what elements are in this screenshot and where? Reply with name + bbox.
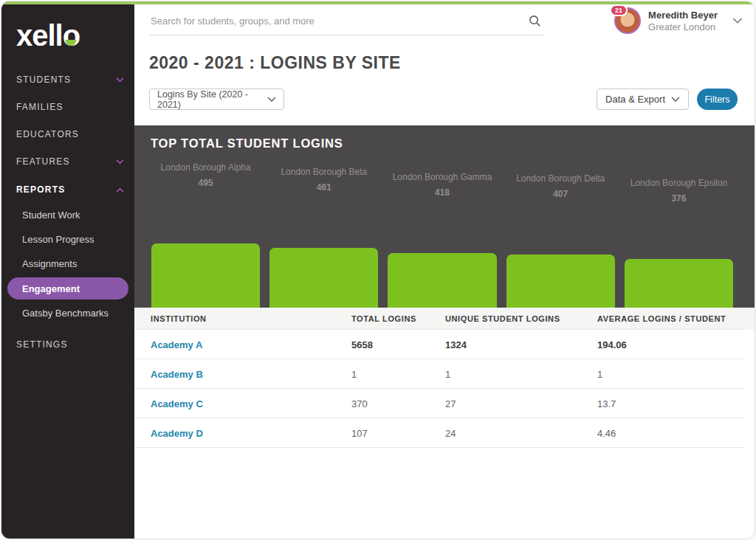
sidebar-item-label: REPORTS	[16, 184, 65, 195]
sidebar-item-students[interactable]: STUDENTS	[16, 75, 124, 85]
app-window: xello STUDENTS FAMILIES EDUCATORS FEATUR…	[1, 1, 755, 539]
table-row: Academy C 370 27 13.7	[134, 389, 755, 418]
user-location: Greater London	[648, 21, 718, 32]
bar-slot: London Borough Delta 407	[506, 125, 615, 308]
bar-value: 495	[151, 176, 260, 190]
col-header-unique-logins: UNIQUE STUDENT LOGINS	[445, 314, 597, 323]
bar[interactable]	[151, 243, 260, 308]
report-select[interactable]: Logins By Site (2020 - 2021)	[149, 89, 284, 110]
search-input[interactable]	[149, 10, 544, 35]
total-logins-cell: 370	[351, 398, 445, 409]
institution-link[interactable]: Academy B	[151, 369, 351, 380]
sidebar-subitem-assignments[interactable]: Assignments	[22, 258, 124, 269]
col-header-institution: INSTITUTION	[151, 314, 351, 323]
sidebar-subitem-gatsby-benchmarks[interactable]: Gatsby Benchmarks	[22, 308, 124, 319]
bar-category: London Borough Delta	[506, 171, 615, 186]
col-header-avg-logins: AVERAGE LOGINS / STUDENT	[597, 314, 755, 323]
bar-label: London Borough Beta 461	[269, 165, 378, 195]
logo-o-accent: o	[63, 19, 80, 52]
bar-value: 376	[625, 191, 733, 206]
total-logins-cell: 107	[351, 428, 445, 439]
bar-value: 418	[388, 185, 496, 200]
table-header-row: INSTITUTION TOTAL LOGINS UNIQUE STUDENT …	[134, 308, 755, 330]
sidebar-item-label: STUDENTS	[16, 75, 71, 85]
logins-table: INSTITUTION TOTAL LOGINS UNIQUE STUDENT …	[134, 308, 755, 448]
search-icon[interactable]	[529, 15, 541, 30]
bar-label: London Borough Delta 407	[506, 171, 615, 201]
sidebar-item-label: FEATURES	[16, 156, 70, 167]
sidebar-item-features[interactable]: FEATURES	[16, 156, 124, 167]
sidebar-item-label: SETTINGS	[16, 339, 68, 350]
sidebar-subitem-lesson-progress[interactable]: Lesson Progress	[22, 234, 124, 245]
bar-category: London Borough Gamma	[388, 170, 496, 184]
bar-slot: London Borough Alpha 495	[151, 125, 260, 308]
avg-logins-cell: 4.46	[597, 428, 755, 439]
sidebar-item-label: FAMILIES	[16, 102, 63, 112]
xello-logo[interactable]: xello	[16, 19, 80, 52]
page-title: 2020 - 2021 : LOGINS BY SITE	[149, 53, 401, 73]
sidebar-item-families[interactable]: FAMILIES	[16, 102, 124, 112]
logo-text: xell	[16, 19, 63, 52]
sidebar-subitem-engagement-selected[interactable]: Engagement	[7, 277, 128, 300]
sidebar-item-settings[interactable]: SETTINGS	[16, 339, 124, 350]
sidebar-item-label: EDUCATORS	[16, 129, 79, 139]
report-select-value: Logins By Site (2020 - 2021)	[157, 89, 267, 110]
unique-logins-cell: 1	[445, 369, 597, 380]
chevron-up-icon	[116, 187, 124, 193]
institution-link[interactable]: Academy D	[151, 428, 351, 439]
data-export-label: Data & Export	[605, 94, 665, 105]
search-bar	[149, 10, 544, 35]
sidebar: xello STUDENTS FAMILIES EDUCATORS FEATUR…	[1, 1, 134, 539]
filters-button[interactable]: Filters	[697, 89, 738, 110]
notification-badge: 21	[610, 4, 628, 16]
bar[interactable]	[388, 253, 496, 308]
table-row: Academy A 5658 1324 194.06	[134, 330, 755, 359]
bar-category: London Borough Epsilon	[625, 176, 733, 190]
user-info: Meredith Beyer Greater London	[648, 9, 718, 33]
bar-slot: London Borough Gamma 418	[388, 125, 496, 308]
user-menu[interactable]: 21 Meredith Beyer Greater London	[614, 7, 743, 34]
table-row: Academy D 107 24 4.46	[134, 418, 755, 448]
bar-label: London Borough Alpha 495	[151, 160, 260, 190]
bar-label: London Borough Gamma 418	[388, 170, 496, 200]
total-logins-cell: 1	[351, 369, 445, 380]
user-name: Meredith Beyer	[648, 9, 718, 22]
institution-link[interactable]: Academy C	[151, 398, 351, 409]
top-accent-strip	[1, 1, 755, 4]
bar-chart: London Borough Alpha 495 London Borough …	[151, 125, 733, 308]
chevron-down-icon	[671, 97, 680, 103]
data-export-button[interactable]: Data & Export	[597, 89, 689, 110]
bar-category: London Borough Beta	[269, 165, 378, 179]
bar-value: 461	[269, 180, 378, 195]
bar-slot: London Borough Epsilon 376	[625, 125, 733, 308]
avg-logins-cell: 13.7	[597, 398, 755, 409]
bar[interactable]	[506, 255, 615, 308]
bar-value: 407	[506, 187, 615, 201]
chevron-down-icon	[116, 159, 124, 165]
avatar: 21	[614, 7, 641, 34]
institution-link[interactable]: Academy A	[151, 339, 351, 350]
bar[interactable]	[625, 259, 733, 308]
total-logins-cell: 5658	[351, 339, 445, 350]
unique-logins-cell: 24	[445, 428, 597, 439]
chevron-down-icon	[732, 18, 743, 24]
unique-logins-cell: 27	[445, 398, 597, 409]
bar-category: London Borough Alpha	[151, 160, 260, 175]
chevron-down-icon	[267, 97, 276, 103]
chevron-down-icon	[116, 77, 124, 83]
table-row: Academy B 1 1 1	[134, 359, 755, 389]
bar[interactable]	[269, 248, 378, 308]
sidebar-item-educators[interactable]: EDUCATORS	[16, 129, 124, 139]
bar-label: London Borough Epsilon 376	[625, 176, 733, 206]
sidebar-item-reports[interactable]: REPORTS	[16, 184, 124, 195]
top-logins-chart-panel: TOP TOTAL STUDENT LOGINS London Borough …	[134, 125, 755, 308]
avg-logins-cell: 194.06	[597, 339, 755, 350]
sidebar-subitem-student-work[interactable]: Student Work	[22, 210, 124, 221]
unique-logins-cell: 1324	[445, 339, 597, 350]
bar-slot: London Borough Beta 461	[269, 125, 378, 308]
avg-logins-cell: 1	[597, 369, 755, 380]
col-header-total-logins: TOTAL LOGINS	[351, 314, 445, 323]
